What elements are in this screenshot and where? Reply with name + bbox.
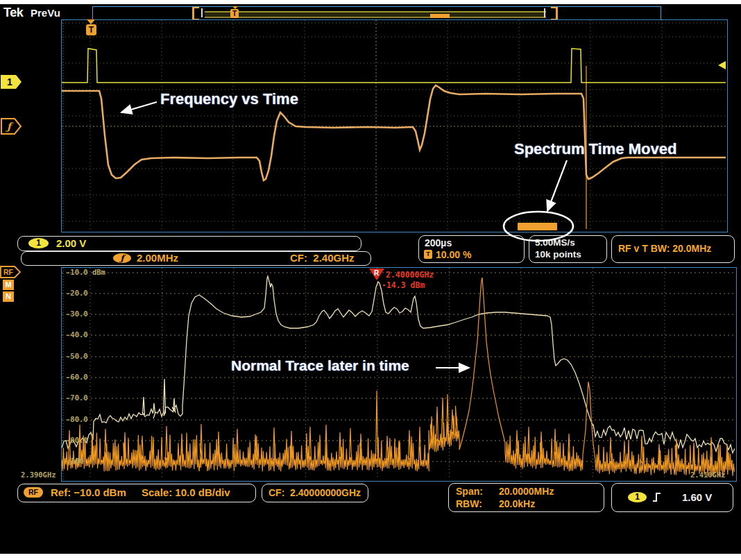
- y-axis-label: -20.0: [66, 289, 88, 297]
- annotation-normal-trace: Normal Trace later in time: [231, 357, 409, 374]
- rf-vs-time-bw-readout: RF v T BW: 20.0MHz: [618, 243, 711, 254]
- rf-vs-time-bw-box[interactable]: RF v T BW: 20.0MHz: [611, 235, 735, 263]
- spectrum-graticule: [61, 267, 737, 482]
- rf-math-badge[interactable]: ƒ: [1, 117, 23, 135]
- span-label: Span:: [456, 486, 483, 497]
- time-domain-graticule: [61, 19, 728, 232]
- y-axis-label: -10.0 dBm: [66, 268, 105, 276]
- record-length-readout: 10k points: [535, 249, 581, 260]
- tek-logo: Tek: [3, 6, 23, 20]
- rf-oval-badge: RF: [24, 487, 43, 498]
- acquisition-readout-box[interactable]: 5.00MS/s 10k points: [529, 235, 607, 263]
- spectrum-cf-readout: CF: 2.40000000GHz: [269, 487, 361, 498]
- spectrum-scale-readout: Scale: 10.0 dB/div: [142, 486, 230, 498]
- spectrum-ref-readout: Ref: −10.0 dBm: [51, 486, 126, 498]
- marker-frequency-readout: 2.40000GHz: [386, 270, 434, 280]
- overview-tick: [201, 8, 203, 17]
- rbw-value: 20.0kHz: [499, 498, 535, 509]
- trigger-t-icon: T: [424, 250, 432, 259]
- y-axis-label: -30.0: [66, 309, 88, 318]
- y-axis-label: -50.0: [66, 352, 88, 360]
- spectrum-stop-freq-label: 2.410GHz: [690, 470, 726, 479]
- trigger-position-icon: [87, 19, 95, 24]
- normal-trace-badge[interactable]: N: [3, 291, 14, 302]
- ch1-badge-shape: [1, 75, 22, 89]
- trigger-t-icon[interactable]: T: [230, 9, 239, 18]
- y-axis-label: -90.0: [66, 436, 88, 444]
- rf-math-oval-badge: ƒ: [113, 253, 131, 263]
- rf-badge-label: RF: [3, 268, 14, 276]
- spectrum-cf-box[interactable]: CF: 2.40000000GHz: [262, 484, 368, 502]
- time-per-div-readout: 200µs: [425, 237, 452, 248]
- rf-math-badge-shape: [1, 119, 21, 134]
- acquisition-mode-label: PreVu: [31, 7, 60, 19]
- rf-math-badge-label: ƒ: [6, 121, 14, 132]
- trigger-position-readout: 10.00 %: [436, 249, 471, 260]
- trigger-t-icon[interactable]: T: [86, 24, 96, 35]
- max-hold-badge[interactable]: M: [3, 280, 14, 290]
- scope-screen: Tek PreVu T T 1 ƒ RF M N: [0, 4, 741, 554]
- y-axis-label: -80.0: [66, 415, 88, 423]
- slope-rising-icon: [651, 491, 663, 503]
- trigger-readout-box[interactable]: 1 1.60 V: [611, 483, 733, 512]
- y-axis-label: -100: [66, 457, 83, 465]
- ch1-oval-badge: 1: [28, 238, 49, 248]
- ch1-scale-readout: 2.00 V: [56, 237, 86, 249]
- ch1-badge-label: 1: [7, 76, 12, 87]
- y-axis-label: -70.0: [66, 393, 88, 402]
- spectrum-start-freq-label: 2.390GHz: [21, 470, 56, 479]
- rf-scale-readout: 2.00MHz: [137, 252, 178, 264]
- zoom-bracket-left-icon[interactable]: [192, 7, 199, 20]
- y-axis-label: -60.0: [66, 373, 88, 381]
- ch1-readout-box[interactable]: 1 2.00 V: [17, 236, 361, 251]
- annotation-freq-vs-time: Frequency vs Time: [160, 90, 298, 108]
- zoom-bracket-right-icon[interactable]: [551, 7, 558, 20]
- ch1-badge[interactable]: 1: [1, 74, 23, 90]
- spectrum-vertical-readout-box[interactable]: RF Ref: −10.0 dBm Scale: 10.0 dB/div: [17, 484, 256, 502]
- annotation-spectrum-time: Spectrum Time Moved: [514, 140, 676, 158]
- screenshot-frame: Tek PreVu T T 1 ƒ RF M N: [0, 0, 741, 560]
- span-value: 20.0000MHz: [499, 486, 554, 497]
- record-overview-waveform: [205, 11, 546, 18]
- rf-vs-time-readout-box[interactable]: ƒ 2.00MHz CF: 2.40GHz: [21, 251, 371, 266]
- sample-rate-readout: 5.00MS/s: [535, 237, 575, 248]
- span-rbw-box[interactable]: Span: 20.0000MHz RBW: 20.0kHz: [448, 483, 604, 512]
- trigger-level-readout: 1.60 V: [682, 491, 712, 503]
- marker-amplitude-readout: -14.3 dBm: [382, 280, 425, 290]
- rf-cf-readout: CF: 2.40GHz: [290, 252, 355, 264]
- trigger-source-badge: 1: [628, 492, 647, 502]
- spectrum-time-overview-indicator[interactable]: [430, 14, 450, 18]
- y-axis-label: -40.0: [66, 330, 88, 339]
- rbw-label: RBW:: [456, 498, 482, 509]
- horizontal-readout-box[interactable]: 200µs T 10.00 %: [418, 235, 525, 263]
- overview-tick: [544, 8, 545, 17]
- rf-badge[interactable]: RF: [0, 266, 22, 279]
- rf-badge-shape: [1, 266, 20, 278]
